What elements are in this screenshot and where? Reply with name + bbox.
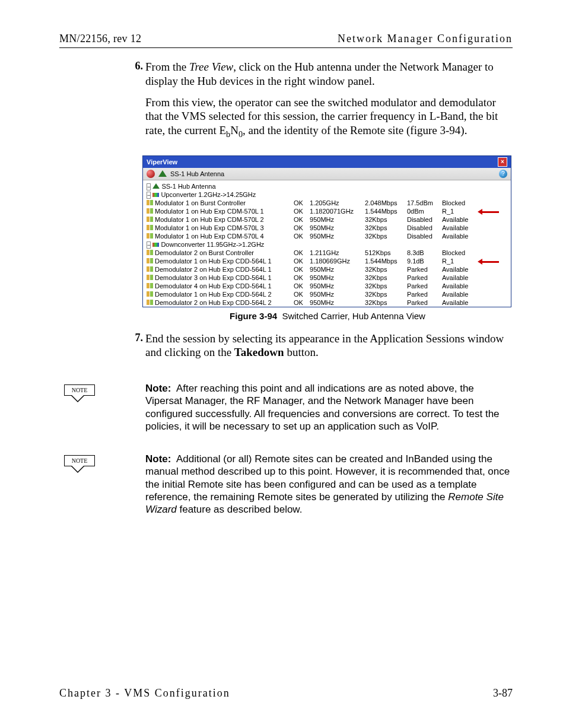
footer-chapter: Chapter 3 - VMS Configuration [59,687,230,700]
table-row[interactable]: Demodulator 2 on Hub Exp CDD-564L 1OK950… [145,265,508,274]
tree-upconverter[interactable]: − Upconverter 1.2GHz->14.25GHz [145,190,508,199]
collapse-icon[interactable]: − [147,241,151,249]
step-text: From this view, the operator can see the… [145,96,513,140]
converter-icon [152,243,159,247]
figure-caption: Figure 3-94 Switched Carrier, Hub Antenn… [142,311,513,321]
tree-root[interactable]: − SS-1 Hub Antenna [145,182,508,190]
modulator-icon [147,250,153,255]
modulator-icon [147,225,153,230]
step-text: End the session by selecting its appeara… [145,332,513,360]
note-text: Note: After reaching this point and all … [145,382,513,433]
step-number: 7. [128,332,145,367]
table-row[interactable]: Modulator 1 on Hub Exp CDM-570L 1OK1.182… [145,207,508,215]
note-text: Note: Additional (or all) Remote sites c… [145,453,513,516]
modulator-icon [147,258,153,263]
table-row[interactable]: Modulator 1 on Hub Exp CDM-570L 4OK950MH… [145,232,508,240]
table-row[interactable]: Modulator 1 on Burst ControllerOK1.205GH… [145,199,508,207]
globe-icon [147,170,155,178]
table-row[interactable]: Demodulator 2 on Burst ControllerOK1.211… [145,249,508,257]
modulator-icon [147,275,153,280]
note-flag-icon: NOTE [64,455,95,466]
table-row[interactable]: Modulator 1 on Hub Exp CDM-570L 2OK950MH… [145,215,508,224]
address-bar[interactable]: SS-1 Hub Antenna ? [143,168,511,180]
table-row[interactable]: Demodulator 1 on Hub Exp CDD-564L 1OK1.1… [145,257,508,265]
table-row[interactable]: Demodulator 4 on Hub Exp CDD-564L 1OK950… [145,282,508,290]
converter-icon [152,193,159,197]
antenna-icon [158,170,167,177]
doc-id: MN/22156, rev 12 [59,33,141,45]
window-titlebar[interactable]: ViperView × [143,156,511,168]
modulator-icon [147,200,153,205]
address-text: SS-1 Hub Antenna [170,170,224,177]
arrow-indicator-icon [478,209,501,214]
table-row[interactable]: Demodulator 1 on Hub Exp CDD-564L 2OK950… [145,290,508,298]
step-text: From the Tree View, click on the Hub ant… [145,60,513,88]
arrow-indicator-icon [478,259,501,264]
table-row[interactable]: Demodulator 2 on Hub Exp CDD-564L 2OK950… [145,298,508,307]
step-number: 6. [128,60,145,147]
collapse-icon[interactable]: − [147,192,151,199]
close-icon[interactable]: × [498,157,507,167]
antenna-icon [152,183,160,189]
collapse-icon[interactable]: − [147,183,151,190]
footer-page: 3-87 [493,687,513,700]
modulator-icon [147,266,153,272]
window-title: ViperView [147,158,177,166]
table-row[interactable]: Modulator 1 on Hub Exp CDM-570L 3OK950MH… [145,224,508,232]
viperview-window: ViperView × SS-1 Hub Antenna ? − SS-1 Hu… [142,155,511,307]
modulator-icon [147,291,153,297]
modulator-icon [147,300,153,305]
table-row[interactable]: Demodulator 3 on Hub Exp CDD-564L 1OK950… [145,274,508,282]
modulator-icon [147,217,153,222]
help-icon[interactable]: ? [499,170,507,178]
doc-section: Network Manager Configuration [338,33,513,45]
modulator-icon [147,208,153,214]
modulator-icon [147,283,153,288]
modulator-icon [147,233,153,239]
note-flag-icon: NOTE [64,384,95,396]
tree-downconverter[interactable]: − Downconverter 11.95GHz->1.2GHz [145,240,508,249]
